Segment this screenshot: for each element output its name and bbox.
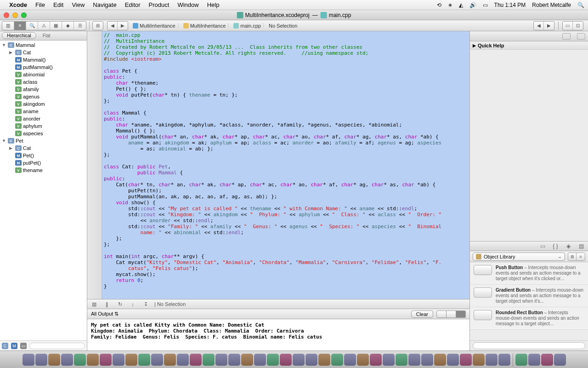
menu-edit[interactable]: Edit <box>53 1 63 8</box>
dock-app-icon[interactable] <box>460 354 472 366</box>
zoom-window-button[interactable] <box>21 12 27 18</box>
tree-row[interactable]: Vanorder <box>0 115 87 122</box>
dock-app-icon[interactable] <box>254 354 266 366</box>
editor-gutter[interactable] <box>87 31 102 299</box>
window-titlebar[interactable]: MultiInheritance.xcodeproj — main.cpp <box>0 10 588 20</box>
dock-app-icon[interactable] <box>370 354 382 366</box>
lib-tab-media-icon[interactable]: ▤ <box>577 243 585 249</box>
nav-tab-log[interactable]: ☰ <box>74 22 86 30</box>
spotlight-icon[interactable]: 🔍 <box>577 2 584 8</box>
clock[interactable]: Thu 1:14 PM <box>494 2 526 8</box>
breadcrumb-symbol[interactable]: No Selection <box>269 23 297 29</box>
jump-bar[interactable]: MultiInheritance 〉 MultiInheritance 〉 ma… <box>130 22 531 29</box>
dock-app-icon[interactable] <box>35 354 47 366</box>
library-item[interactable]: Push Button – Intercepts mouse-down even… <box>470 262 588 285</box>
dock-app-icon[interactable] <box>61 354 73 366</box>
inspector-tab-file[interactable]: ▭ <box>563 22 573 30</box>
tree-row[interactable]: Vafamily <box>0 86 87 93</box>
hierarchical-mode-button[interactable]: Hierarchical <box>2 32 36 39</box>
tree-row[interactable]: Vakingdom <box>0 100 87 108</box>
tree-row[interactable]: Vaclass <box>0 78 87 86</box>
tree-row[interactable]: MputMammal() <box>0 63 87 71</box>
pause-button[interactable]: ‖ <box>103 301 111 307</box>
wifi-icon[interactable]: ◭ <box>459 2 463 8</box>
library-view-toggle[interactable]: ⊞ ≡ <box>568 253 585 261</box>
tree-row[interactable]: Vagenus <box>0 93 87 100</box>
tree-row[interactable]: Vthename <box>0 167 87 174</box>
dock-app-icon[interactable] <box>396 354 407 366</box>
menu-help[interactable]: Help <box>207 1 220 8</box>
dock-folder-icon[interactable] <box>528 354 540 366</box>
dock-app-icon[interactable] <box>228 354 240 366</box>
dock-app-icon[interactable] <box>486 354 498 366</box>
menu-window[interactable]: Window <box>177 1 198 8</box>
volume-icon[interactable]: 🔊 <box>469 2 476 8</box>
dock-app-icon[interactable] <box>74 354 86 366</box>
tree-row[interactable]: ▼CPet <box>0 137 87 144</box>
console-output[interactable]: My pet cat is called Kitty with Common N… <box>87 319 469 351</box>
menu-product[interactable]: Product <box>149 1 170 8</box>
nav-tab-issue[interactable]: ⚠ <box>38 22 50 30</box>
continue-button[interactable]: ↻ <box>116 301 124 307</box>
library-filter-field[interactable] <box>473 342 585 349</box>
nav-tab-debug[interactable]: ▦ <box>50 22 62 30</box>
console-view-segmented[interactable] <box>437 310 466 318</box>
dock-folder-icon[interactable] <box>515 354 527 366</box>
object-library-dropdown[interactable]: Object Library ⌄ <box>473 253 565 261</box>
dock-app-icon[interactable] <box>190 354 202 366</box>
app-menu[interactable]: Xcode <box>9 1 27 8</box>
clear-console-button[interactable]: Clear <box>411 310 433 318</box>
tree-row[interactable]: Vabinomial <box>0 71 87 78</box>
dock-app-icon[interactable] <box>447 354 459 366</box>
dock-app-icon[interactable] <box>125 354 137 366</box>
source-editor[interactable]: // main.cpp // MultiInheritance // Creat… <box>87 31 469 299</box>
tree-row[interactable]: ▼CMammal <box>0 41 87 49</box>
dock-app-icon[interactable] <box>434 354 446 366</box>
tree-row[interactable]: MMammal() <box>0 56 87 63</box>
lib-tab-file-icon[interactable]: ▭ <box>538 243 547 249</box>
step-over-button[interactable]: ↓ <box>129 301 137 307</box>
dock-app-icon[interactable] <box>408 354 420 366</box>
object-library-list[interactable]: Push Button – Intercepts mouse-down even… <box>470 262 588 340</box>
tree-row[interactable]: Vaname <box>0 108 87 115</box>
library-list-icon[interactable]: ≡ <box>577 253 585 260</box>
nav-tab-file[interactable]: ▥ <box>2 22 14 30</box>
timemachine-icon[interactable]: ⟲ <box>437 2 441 8</box>
step-into-button[interactable]: ↧ <box>141 301 150 307</box>
dock-app-icon[interactable] <box>48 354 60 366</box>
lib-tab-code-icon[interactable]: { } <box>551 243 560 249</box>
dock-app-icon[interactable] <box>100 354 112 366</box>
dock-app-icon[interactable] <box>151 354 163 366</box>
dock-app-icon[interactable] <box>215 354 227 366</box>
code-text[interactable]: // main.cpp // MultiInheritance // Creat… <box>102 31 469 299</box>
tree-row[interactable]: ▶CCat <box>0 49 87 56</box>
dock-app-icon[interactable] <box>344 354 356 366</box>
library-item[interactable]: Gradient Button – Intercepts mouse-down … <box>470 285 588 307</box>
breadcrumb-project[interactable]: MultiInheritance <box>140 23 175 29</box>
tree-row[interactable]: MputPet() <box>0 159 87 167</box>
nav-tab-search[interactable]: 🔍 <box>26 22 38 30</box>
menu-navigate[interactable]: Navigate <box>93 1 116 8</box>
nav-back-button[interactable]: ◀ <box>107 22 118 30</box>
dock-app-icon[interactable] <box>383 354 395 366</box>
tree-row[interactable]: Vaphylum <box>0 122 87 130</box>
dock-app-icon[interactable] <box>280 354 292 366</box>
dock-app-icon[interactable] <box>23 354 34 366</box>
battery-icon[interactable]: ▭ <box>483 2 488 8</box>
dock-app-icon[interactable] <box>318 354 330 366</box>
breadcrumb-file[interactable]: main.cpp <box>240 23 261 29</box>
navigator-filter-field[interactable] <box>29 343 85 349</box>
dock-app-icon[interactable] <box>293 354 305 366</box>
counterpart-back-button[interactable]: ◀ <box>534 22 544 30</box>
nav-tab-symbol[interactable]: ≡ <box>14 22 26 30</box>
library-item[interactable]: Rounded Rect Button – Intercepts mouse-d… <box>470 307 588 330</box>
menu-editor[interactable]: Editor <box>125 1 141 8</box>
nav-forward-button[interactable]: ▶ <box>118 22 128 30</box>
dock-app-icon[interactable] <box>331 354 343 366</box>
tree-row[interactable]: MPet() <box>0 152 87 159</box>
dock-folder-icon[interactable] <box>554 354 566 366</box>
library-grid-icon[interactable]: ⊞ <box>568 253 577 260</box>
dock-app-icon[interactable] <box>113 354 124 366</box>
dock-app-icon[interactable] <box>138 354 150 366</box>
dock-app-icon[interactable] <box>164 354 176 366</box>
